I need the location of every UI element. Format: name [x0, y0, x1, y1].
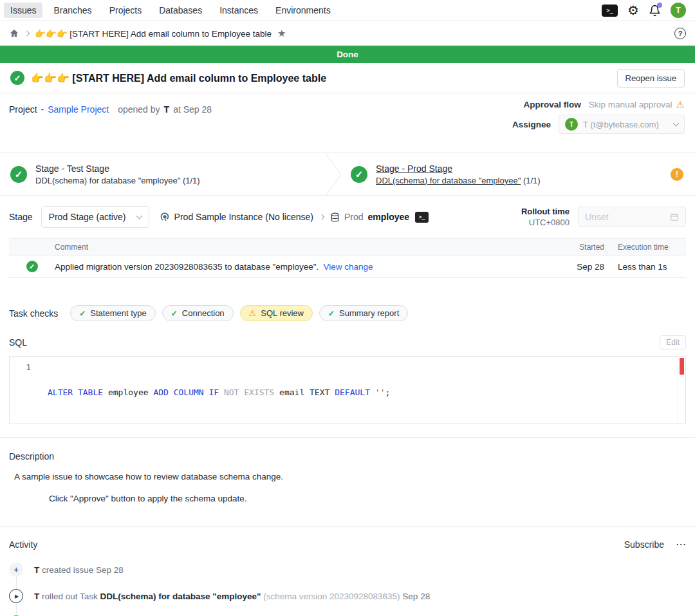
status-banner: Done — [0, 46, 695, 63]
stage-label: Stage — [9, 212, 33, 222]
nav-item-environments[interactable]: Environments — [269, 3, 337, 18]
project-separator: - — [41, 104, 44, 115]
description-line: Click "Approve" button to apply the sche… — [9, 494, 686, 503]
database-env: Prod — [344, 212, 364, 222]
stage-warning-badge: ! — [671, 168, 683, 181]
nav-item-branches[interactable]: Branches — [47, 3, 98, 18]
top-nav: IssuesBranchesProjectsDatabasesInstances… — [0, 0, 695, 21]
stage-check-icon: ✓ — [10, 166, 27, 183]
issue-header: ✓ 👉👉👉 [START HERE] Add email column to E… — [0, 63, 695, 93]
gear-icon[interactable]: ⚙ — [627, 4, 639, 17]
assignee-select[interactable]: T T (t@bytebase.com) — [559, 115, 685, 134]
stage-strip: ✓Stage - Test StageDDL(schema) for datab… — [0, 153, 695, 196]
header-comment: Comment — [9, 243, 564, 252]
instance-link[interactable]: Prod Sample Instance (No license) — [174, 212, 313, 222]
plus-icon: + — [9, 563, 23, 577]
sql-warning-caret: ^ — [48, 423, 678, 424]
project-label: Project — [9, 104, 37, 115]
assignee-avatar: T — [565, 118, 578, 131]
opened-at: at Sep 28 — [173, 104, 212, 115]
rollout-time: Rollout time UTC+0800 Unset — [521, 207, 686, 227]
stage-select[interactable]: Prod Stage (active) — [41, 206, 149, 228]
nav-item-projects[interactable]: Projects — [103, 3, 149, 18]
stage-title: Stage - Test Stage — [35, 163, 200, 174]
user-avatar[interactable]: T — [671, 3, 686, 18]
issue-title: 👉👉👉 [START HERE] Add email column to Emp… — [31, 72, 326, 84]
reopen-issue-button[interactable]: Reopen issue — [617, 69, 685, 88]
activity-text: T rolled out Task DDL(schema) for databa… — [34, 592, 430, 601]
view-change-link[interactable]: View change — [323, 262, 373, 272]
section-divider — [0, 437, 695, 438]
rollout-time-label: Rollout time — [521, 207, 570, 216]
sql-line: ALTER TABLE employee ADD COLUMN IF NOT E… — [48, 387, 678, 399]
header-execution-time: Execution time — [618, 243, 677, 252]
chevron-down-icon — [673, 120, 680, 126]
row-comment: Applied migration version 20230928083635… — [55, 262, 319, 272]
stage-block[interactable]: ✓Stage - Test StageDDL(schema) for datab… — [0, 163, 325, 185]
rollout-time-input[interactable]: Unset — [578, 207, 686, 227]
home-icon[interactable] — [9, 28, 19, 39]
editor-overview-ruler — [678, 357, 685, 424]
help-icon[interactable]: ? — [674, 28, 686, 39]
row-execution-time: Less than 1s — [618, 262, 677, 272]
breadcrumb: 👉👉👉 [START HERE] Add email column to Emp… — [0, 21, 695, 46]
task-check-badge[interactable]: ✓Summary report — [319, 305, 408, 321]
description-label: Description — [9, 451, 686, 462]
approval-flow-text: Skip manual approval — [589, 100, 672, 109]
main-nav: IssuesBranchesProjectsDatabasesInstances… — [4, 3, 337, 18]
database-link[interactable]: employee — [368, 212, 410, 222]
open-in-editor-icon[interactable]: >_ — [415, 212, 429, 223]
stage-divider — [325, 153, 342, 195]
activity-item: ▶T rolled out Task DDL(schema) for datab… — [9, 589, 686, 603]
stage-block[interactable]: ✓Stage - Prod StageDDL(schema) for datab… — [342, 163, 671, 185]
sql-code: ALTER TABLE employee ADD COLUMN IF NOT E… — [39, 357, 678, 424]
chevron-right-icon — [319, 214, 324, 219]
sql-editor-icon[interactable]: >_ — [602, 5, 618, 17]
stage-check-icon: ✓ — [351, 166, 367, 183]
nav-right: >_ ⚙ T — [602, 3, 686, 18]
nav-item-issues[interactable]: Issues — [4, 3, 42, 18]
check-icon: ✓ — [328, 309, 335, 318]
done-check-icon: ✓ — [10, 71, 24, 85]
notifications-button[interactable] — [649, 5, 661, 17]
postgres-icon — [160, 212, 170, 222]
rollout-timezone: UTC+0800 — [529, 218, 570, 227]
nav-item-instances[interactable]: Instances — [213, 3, 264, 18]
assignee-label: Assignee — [512, 120, 551, 129]
stage-subtitle: DDL(schema) for database "employee" (1/1… — [35, 176, 200, 185]
error-marker — [680, 358, 684, 375]
issue-meta: Project - Sample Project opened by T at … — [0, 93, 695, 153]
database-breadcrumb: Prod Sample Instance (No license) Prod e… — [160, 212, 429, 223]
section-divider — [0, 526, 695, 527]
description-line: A sample issue to showcase how to review… — [9, 472, 686, 481]
task-check-badges: ✓Statement type✓Connection⚠SQL review✓Su… — [70, 305, 408, 321]
rollout-placeholder: Unset — [585, 212, 609, 222]
project-link[interactable]: Sample Project — [48, 104, 109, 115]
star-icon[interactable]: ★ — [277, 28, 286, 39]
approval-flow-label: Approval flow — [523, 100, 580, 109]
meta-right: Approval flow Skip manual approval ⚠ Ass… — [512, 100, 685, 134]
warning-triangle-icon: ⚠ — [676, 100, 685, 109]
assignee-value: T (t@bytebase.com) — [583, 120, 669, 129]
row-check-icon: ✓ — [26, 261, 38, 272]
sql-label: SQL — [9, 337, 27, 348]
check-icon: ✓ — [79, 309, 86, 318]
breadcrumb-title: 👉👉👉 [START HERE] Add email column to Emp… — [35, 28, 272, 39]
task-check-badge[interactable]: ✓Connection — [162, 305, 234, 321]
task-checks-label: Task checks — [9, 308, 58, 319]
nav-item-databases[interactable]: Databases — [153, 3, 208, 18]
more-icon[interactable]: ⋯ — [676, 538, 686, 550]
approval-flow-value: Skip manual approval ⚠ — [589, 100, 685, 109]
line-number: 1 — [10, 357, 39, 424]
table-header: Comment Started Execution time — [9, 238, 686, 256]
edit-sql-button[interactable]: Edit — [660, 335, 686, 350]
task-check-badge[interactable]: ⚠SQL review — [240, 305, 313, 321]
sql-header: SQL Edit — [0, 335, 695, 350]
task-check-badge[interactable]: ✓Statement type — [70, 305, 156, 321]
subscribe-button[interactable]: Subscribe — [624, 539, 664, 550]
stage-title[interactable]: Stage - Prod Stage — [376, 163, 541, 174]
play-icon: ▶ — [9, 589, 23, 603]
stage-subtitle: DDL(schema) for database "employee" (1/1… — [376, 176, 541, 185]
table-row: ✓ Applied migration version 202309280836… — [9, 256, 686, 277]
sql-editor: 1 ALTER TABLE employee ADD COLUMN IF NOT… — [9, 356, 686, 424]
